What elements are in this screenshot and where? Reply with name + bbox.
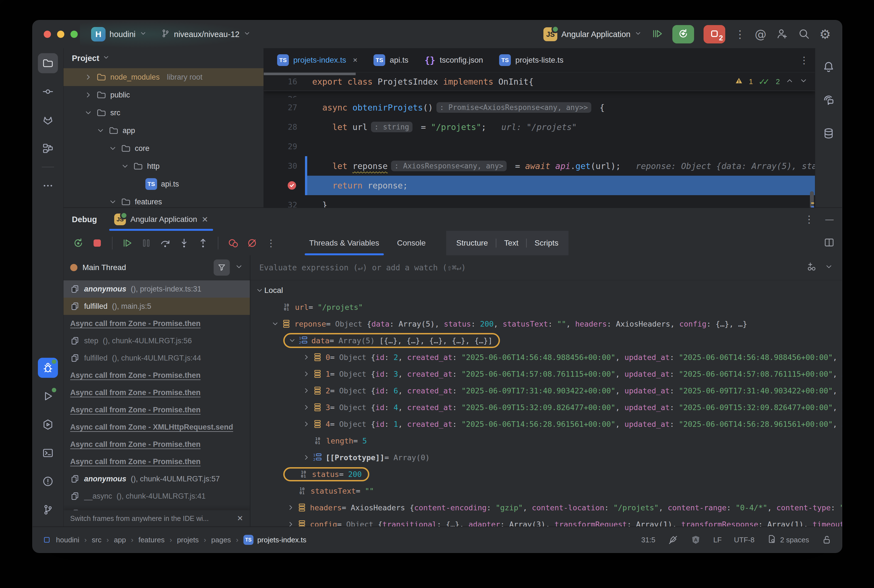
layout-settings-icon[interactable] [824, 237, 835, 249]
async-separator[interactable]: Async call from Zone - XMLHttpRequest.se… [63, 418, 250, 436]
run-configuration-selector[interactable]: JS Angular Application [544, 27, 641, 41]
close-tab-icon[interactable]: × [353, 56, 357, 64]
more-actions-menu[interactable]: ⋮ [735, 29, 745, 39]
variable-[[Prototype]][interactable]: 12[[Prototype]] = Array(0) [251, 449, 842, 466]
project-item-api.ts[interactable]: TSapi.ts [63, 175, 263, 193]
encoding-widget[interactable]: UTF-8 [734, 536, 754, 544]
chevron-right-icon[interactable] [302, 453, 311, 461]
line-number[interactable]: 32 [264, 195, 305, 207]
add-watch-icon[interactable] [806, 261, 817, 274]
debug-tab-group[interactable]: StructureTextScripts [446, 231, 568, 255]
variable-url[interactable]: 1001url = "/projets" [251, 299, 842, 315]
resume-program-icon[interactable] [120, 236, 135, 250]
chevron-down-icon[interactable] [825, 262, 833, 273]
dismiss-hint-icon[interactable]: ✕ [237, 514, 243, 523]
project-item-core[interactable]: core [63, 140, 263, 157]
mute-breakpoints-icon[interactable] [245, 236, 260, 250]
filter-frames-icon[interactable] [214, 260, 230, 276]
inspection-widget[interactable]: 1 ✓✓ 2 [734, 72, 808, 91]
chevron-right-icon[interactable] [286, 520, 296, 526]
stop-button[interactable]: 2 [704, 25, 725, 44]
thread-selector[interactable]: Main Thread [83, 263, 126, 272]
variable-statusText[interactable]: 1001statusText = "" [251, 483, 842, 499]
unlock-icon[interactable] [821, 534, 832, 545]
warning-stripe-mark[interactable] [811, 202, 814, 204]
close-session-icon[interactable]: ✕ [202, 215, 208, 224]
step-into-icon[interactable] [177, 236, 192, 250]
search-everywhere-icon[interactable] [798, 28, 810, 41]
gitlab-tool-button[interactable] [38, 110, 58, 130]
chevron-down-icon[interactable] [270, 320, 280, 328]
more-tool-windows-button[interactable] [38, 176, 58, 196]
variable-length[interactable]: 1001length = 5 [251, 432, 842, 449]
view-breakpoints-icon[interactable] [225, 236, 241, 250]
code-line-32[interactable]: 32 } [264, 195, 815, 207]
line-number[interactable]: 29 [264, 137, 305, 156]
debug-session-tab[interactable]: JS Angular Application ✕ [109, 208, 213, 231]
editor-scrollbar[interactable] [810, 191, 814, 207]
project-tool-button[interactable] [38, 53, 58, 73]
breadcrumb-projets[interactable]: projets [177, 536, 199, 544]
line-number[interactable]: 30 [264, 156, 305, 176]
rerun-debug-button[interactable] [672, 25, 694, 44]
debug-panel-title[interactable]: Debug [72, 215, 97, 224]
version-control-tool-button[interactable] [38, 500, 58, 520]
tab-options-menu[interactable]: ⋮ [799, 56, 809, 65]
code-area[interactable]: 2627 async obtenirProjets(): Promise<Axi… [264, 91, 815, 207]
line-ending-widget[interactable]: LF [713, 536, 722, 544]
info-stripe-mark[interactable] [811, 206, 814, 207]
async-separator[interactable]: Async call from Zone - Promise.then [63, 367, 250, 384]
async-separator[interactable]: Async call from Zone - Promise.then [63, 384, 250, 401]
breadcrumb-houdini[interactable]: houdini [56, 536, 80, 544]
project-widget[interactable]: H houdini [91, 27, 147, 42]
project-item-app[interactable]: app [63, 122, 263, 140]
settings-gear-icon[interactable]: ⚙ [819, 27, 831, 42]
tab-scrollbar[interactable] [264, 73, 356, 75]
debug-tab-Structure[interactable]: Structure [456, 238, 488, 248]
variables-group-local[interactable]: Local [251, 282, 842, 299]
project-panel-title[interactable]: Project [72, 54, 99, 63]
structure-tool-button[interactable] [38, 138, 58, 158]
project-item-src[interactable]: src [63, 104, 263, 122]
async-separator[interactable]: Async call from Zone - Promise.then [63, 436, 250, 453]
stack-frame[interactable]: step(), chunk-4ULMLRGT.js:56 [63, 332, 250, 350]
breadcrumb-src[interactable]: src [92, 536, 102, 544]
ai-completion-off-icon[interactable] [668, 534, 678, 545]
ai-assistant-icon[interactable]: @ [755, 28, 766, 41]
code-line-27[interactable]: 27 async obtenirProjets(): Promise<Axios… [264, 98, 815, 117]
variable-1[interactable]: 1 = Object {id: 3, created_at: "2025-06-… [251, 366, 842, 382]
chevron-down-icon[interactable] [235, 262, 243, 273]
variable-config[interactable]: config = Object {transitional: {…}, adap… [251, 516, 842, 526]
breadcrumb-projets-index.ts[interactable]: TSprojets-index.ts [243, 535, 306, 545]
debug-tab-Threads & Variables[interactable]: Threads & Variables [300, 231, 388, 255]
debug-tab-Scripts[interactable]: Scripts [526, 238, 559, 248]
prev-problem-icon[interactable] [785, 76, 794, 87]
database-tool-button[interactable] [818, 123, 839, 143]
evaluate-expression-input[interactable]: Evaluate expression (↵) or add a watch (… [251, 255, 842, 280]
line-number[interactable]: 26 [264, 91, 305, 98]
caret-position-widget[interactable]: 31:5 [641, 536, 655, 544]
stack-frame[interactable]: fulfilled(), main.js:5 [63, 298, 250, 315]
variable-status[interactable]: 1001status = 200 [251, 466, 842, 483]
variable-2[interactable]: 2 = Object {id: 6, created_at: "2025-06-… [251, 382, 842, 399]
code-line-28[interactable]: 28 let url: string = "/projets"; url: "/… [264, 117, 815, 137]
step-out-icon[interactable] [195, 236, 210, 250]
debug-tool-button[interactable] [38, 358, 58, 378]
line-number[interactable]: 27 [264, 98, 305, 117]
project-item-public[interactable]: public [63, 86, 263, 104]
chevron-right-icon[interactable] [302, 353, 311, 361]
async-separator[interactable]: Async call from Zone - Promise.then [63, 453, 250, 470]
chevron-right-icon[interactable] [302, 420, 311, 428]
zoom-window-button[interactable] [71, 31, 78, 38]
debug-tab-Text[interactable]: Text [496, 238, 518, 248]
hide-panel-icon[interactable]: — [825, 214, 833, 224]
stack-frame[interactable]: anonymous(), chunk-4ULMLRGT.js:57 [63, 470, 250, 488]
code-line-29[interactable]: 29 [264, 137, 815, 156]
editor-tab-api.ts[interactable]: TSapi.ts [366, 48, 416, 72]
chevron-down-icon[interactable] [287, 337, 297, 344]
breadcrumb-features[interactable]: features [138, 536, 165, 544]
toolbar-more-icon[interactable]: ⋮ [263, 236, 279, 250]
project-item-http[interactable]: http [63, 157, 263, 175]
stack-frame[interactable]: __async(), chunk-4ULMLRGT.js:41 [63, 488, 250, 505]
stack-frame[interactable]: fulfilled(), chunk-4ULMLRGT.js:44 [63, 350, 250, 367]
